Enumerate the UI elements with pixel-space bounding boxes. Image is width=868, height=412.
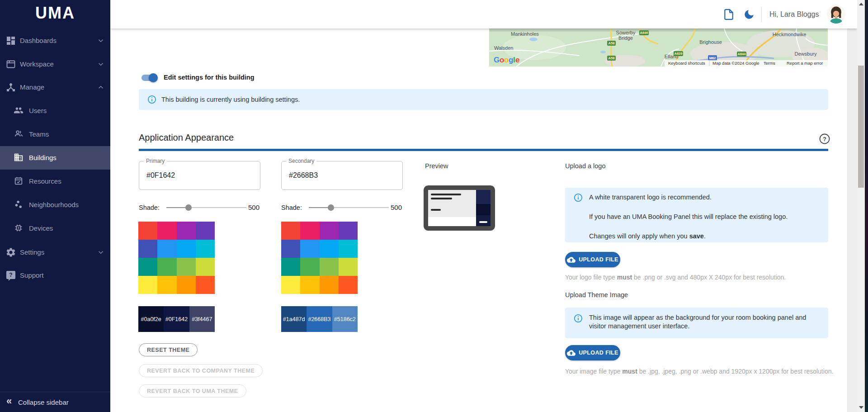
- palette-color[interactable]: [157, 240, 176, 258]
- slider-thumb[interactable]: [185, 204, 192, 211]
- shade-swatch: #0a0f2e: [138, 306, 164, 332]
- edit-settings-toggle[interactable]: [142, 73, 158, 82]
- sidebar-item-teams[interactable]: Teams: [0, 123, 110, 146]
- palette-color[interactable]: [196, 222, 215, 240]
- toggle-thumb[interactable]: [149, 73, 158, 82]
- secondary-color-field[interactable]: Secondary: [281, 161, 403, 190]
- topbar-divider: [761, 7, 762, 22]
- palette-color[interactable]: [157, 222, 176, 240]
- palette-color[interactable]: [281, 276, 300, 294]
- users-icon: [14, 105, 24, 116]
- revert-uma-theme-button[interactable]: REVERT BACK TO UMA THEME: [139, 384, 246, 398]
- svg-text:o: o: [500, 56, 504, 64]
- sidebar-item-settings[interactable]: Settings: [0, 241, 110, 264]
- primary-color-input[interactable]: [139, 161, 260, 189]
- palette-color[interactable]: [138, 222, 157, 240]
- palette-color[interactable]: [177, 258, 196, 276]
- palette-color[interactable]: [177, 276, 196, 294]
- palette-color[interactable]: [320, 240, 339, 258]
- palette-color[interactable]: [157, 258, 176, 276]
- sidebar-item-resources[interactable]: Resources: [0, 170, 110, 193]
- scroll-down-arrow[interactable]: [859, 406, 863, 409]
- palette-color[interactable]: [300, 222, 319, 240]
- sidebar-item-support[interactable]: ? Support: [0, 264, 110, 287]
- sidebar-item-workspace[interactable]: Workspace: [0, 52, 110, 76]
- palette-color[interactable]: [339, 222, 358, 240]
- upload-theme-button[interactable]: UPLOAD FILE: [565, 345, 620, 360]
- palette-color[interactable]: [196, 276, 215, 294]
- road-badge-a58-1: A58: [609, 41, 615, 45]
- browser-scrollbar[interactable]: [857, 0, 865, 412]
- svg-text:?: ?: [9, 272, 12, 278]
- preview-sidebar-segment: [476, 215, 491, 226]
- shade-swatch: #5186c2: [332, 306, 358, 332]
- secondary-shade-slider[interactable]: [309, 204, 389, 212]
- scroll-up-arrow[interactable]: [859, 3, 863, 5]
- preview-home-bar: [479, 221, 487, 223]
- sidebar-item-manage[interactable]: Manage: [0, 76, 110, 99]
- primary-color-field[interactable]: Primary: [139, 161, 260, 190]
- devices-chip-icon: [14, 223, 24, 234]
- sidebar-item-dashboards[interactable]: Dashboards: [0, 29, 110, 52]
- map-keyboard-shortcuts-link[interactable]: Keyboard shortcuts: [668, 61, 705, 66]
- sidebar-item-buildings[interactable]: Buildings: [0, 146, 110, 170]
- workspace-icon: [5, 59, 16, 70]
- preview-title: Preview: [425, 162, 448, 170]
- building-settings-banner: This building is currently using buildin…: [139, 89, 828, 110]
- palette-color[interactable]: [138, 258, 157, 276]
- palette-color[interactable]: [138, 240, 157, 258]
- palette-color[interactable]: [157, 276, 176, 294]
- secondary-color-input[interactable]: [282, 161, 402, 189]
- avatar[interactable]: [827, 5, 845, 24]
- slider-fill: [166, 207, 188, 208]
- map-label-dewsbury: Dewsbury: [795, 51, 817, 57]
- shade-swatch: #3f4467: [189, 306, 215, 332]
- preview-sidebar-segment: [476, 190, 491, 204]
- topbar: Hi, Lara Bloggs: [110, 0, 857, 28]
- palette-color[interactable]: [339, 258, 358, 276]
- palette-color[interactable]: [281, 258, 300, 276]
- chevron-down-icon: [97, 60, 105, 68]
- palette-color[interactable]: [300, 240, 319, 258]
- banner-text: This building is currently using buildin…: [161, 89, 300, 110]
- palette-color[interactable]: [300, 276, 319, 294]
- palette-color[interactable]: [320, 258, 339, 276]
- document-icon[interactable]: [723, 9, 735, 20]
- palette-color[interactable]: [138, 276, 157, 294]
- google-map[interactable]: Mankinholes Sowerby Bridge Walsden Brigh…: [489, 28, 828, 66]
- resources-calendar-icon: [14, 176, 24, 187]
- palette-color[interactable]: [196, 240, 215, 258]
- sidebar-item-users[interactable]: Users: [0, 99, 110, 123]
- palette-color[interactable]: [320, 276, 339, 294]
- slider-thumb[interactable]: [328, 204, 334, 211]
- user-greeting: Hi, Lara Bloggs: [769, 0, 819, 28]
- slider-fill: [309, 207, 330, 208]
- palette-color[interactable]: [177, 240, 196, 258]
- chevron-down-icon: [97, 248, 105, 256]
- palette-color[interactable]: [339, 240, 358, 258]
- palette-color[interactable]: [281, 240, 300, 258]
- palette-color[interactable]: [300, 258, 319, 276]
- manage-icon: [5, 82, 16, 93]
- palette-color[interactable]: [177, 222, 196, 240]
- revert-company-theme-button[interactable]: REVERT BACK TO COMPANY THEME: [139, 364, 263, 377]
- palette-color[interactable]: [320, 222, 339, 240]
- map-terms-link[interactable]: Terms: [764, 61, 775, 66]
- neighbourhoods-icon: [14, 199, 24, 210]
- primary-shade-slider[interactable]: [166, 204, 246, 212]
- help-icon[interactable]: ?: [818, 133, 831, 145]
- edit-settings-toggle-label: Edit settings for this building: [164, 74, 255, 81]
- sidebar-item-neighbourhoods[interactable]: Neighbourhoods: [0, 193, 110, 217]
- preview-sidebar: [476, 190, 491, 226]
- scrollbar-thumb[interactable]: [858, 66, 864, 188]
- palette-color[interactable]: [196, 258, 215, 276]
- dark-mode-moon-icon[interactable]: [743, 9, 755, 20]
- sidebar-item-devices[interactable]: Devices: [0, 217, 110, 240]
- reset-theme-button[interactable]: RESET THEME: [139, 343, 198, 356]
- palette-color[interactable]: [339, 276, 358, 294]
- collapse-sidebar-button[interactable]: « Collapse sidebar: [0, 392, 110, 412]
- palette-color[interactable]: [281, 222, 300, 240]
- map-report-error-link[interactable]: Report a map error: [787, 61, 823, 66]
- logo-file-caption: Your logo file type must be .png or .svg…: [565, 274, 836, 281]
- upload-logo-button[interactable]: UPLOAD FILE: [565, 252, 620, 267]
